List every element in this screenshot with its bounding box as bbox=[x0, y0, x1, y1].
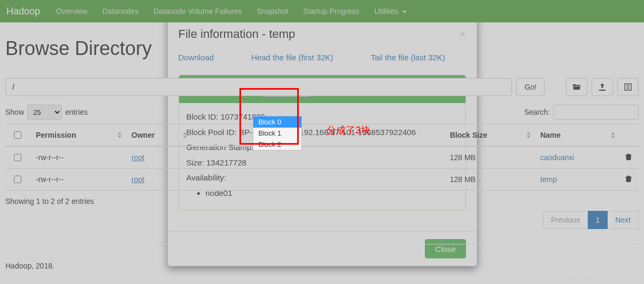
block-select-dropdown[interactable]: Block 0 Block 1 Block 2 bbox=[253, 116, 302, 151]
modal-overlay[interactable] bbox=[0, 0, 644, 284]
block-option[interactable]: Block 2 bbox=[253, 139, 301, 150]
block-option[interactable]: Block 1 bbox=[253, 128, 301, 139]
annotation-text: 分成了3块 bbox=[327, 124, 370, 137]
block-option[interactable]: Block 0 bbox=[253, 116, 301, 128]
